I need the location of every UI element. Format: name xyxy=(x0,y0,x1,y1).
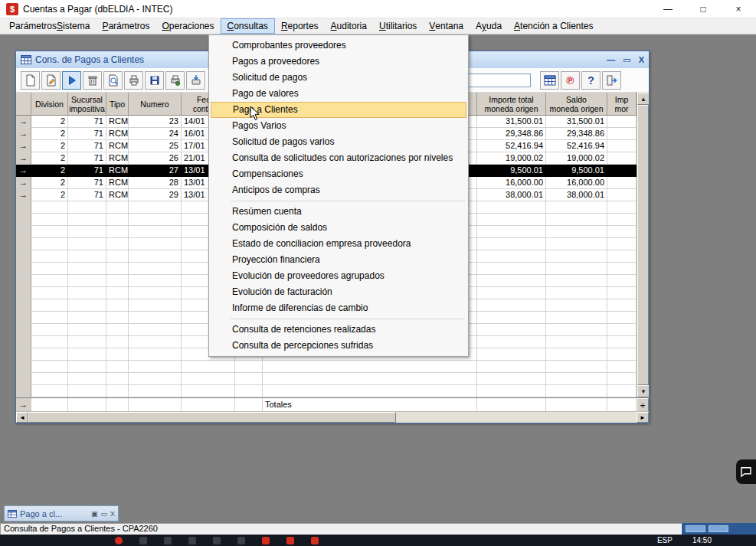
help-button[interactable]: ? xyxy=(581,71,601,90)
menu-atencion-a-clientes[interactable]: Atención a Clientes xyxy=(508,18,599,34)
menuitem-solicitud-de-pagos[interactable]: Solicitud de pagos xyxy=(211,70,466,86)
preview-button[interactable] xyxy=(103,71,123,90)
menuitem-pago-a-clientes[interactable]: Pago a Clientes xyxy=(211,102,466,118)
taskbar-language[interactable]: ESP xyxy=(657,536,673,544)
hscroll-thumb[interactable] xyxy=(28,412,396,423)
menuitem-composicion-de-saldos[interactable]: Composición de saldos xyxy=(211,220,466,236)
phonogram-button[interactable]: ℗ xyxy=(561,71,580,90)
menuitem-resumen-cuenta[interactable]: Resúmen cuenta xyxy=(211,204,466,220)
status-text: Consulta de Pagos a Clientes - CPA2260 xyxy=(0,523,682,535)
col-header-division[interactable]: Division xyxy=(31,93,68,116)
save-button[interactable] xyxy=(145,71,164,90)
taskbar-app-icon[interactable] xyxy=(311,537,319,544)
cell-saldo xyxy=(546,275,607,287)
grid-corner-button[interactable]: ÷ xyxy=(637,398,649,412)
col-header-imp[interactable]: Imp mor xyxy=(607,93,637,116)
menuitem-consulta-de-retenciones-realizadas[interactable]: Consulta de retenciones realizadas xyxy=(211,322,466,338)
taskbar-app-icon[interactable] xyxy=(237,537,245,544)
scroll-down-icon[interactable]: ▼ xyxy=(637,385,649,397)
menuitem-evolucion-de-facturacion[interactable]: Evolución de facturación xyxy=(211,284,466,300)
cell-saldo xyxy=(546,312,607,324)
minimize-button[interactable]: — xyxy=(650,0,686,18)
menu-operaciones[interactable]: Operaciones xyxy=(155,18,220,34)
menu-consultas[interactable]: Consultas xyxy=(221,18,275,34)
menuitem-estado-de-conciliacion-empresa-proveedora[interactable]: Estado de conciliacion empresa proveedor… xyxy=(211,236,466,252)
delete-record-button[interactable] xyxy=(83,71,102,90)
taskbar-app-icon[interactable] xyxy=(139,537,147,544)
scroll-left-icon[interactable]: ◄ xyxy=(16,412,28,423)
menuitem-consulta-de-solicitudes-con-autorizaciones-por-niveles[interactable]: Consulta de solicitudes con autorizacion… xyxy=(211,150,466,166)
cell-importe xyxy=(477,226,546,238)
minimized-controls: ▣ ▭ X xyxy=(91,510,115,518)
child-close-button[interactable]: X xyxy=(639,55,644,65)
cell-sucursal xyxy=(68,226,106,238)
menu-ventana[interactable]: Ventana xyxy=(423,18,470,34)
menuitem-pagos-a-proveedores[interactable]: Pagos a proveedores xyxy=(211,54,466,70)
maximize-button[interactable]: ▭ xyxy=(100,510,107,518)
cell-ind xyxy=(16,299,31,312)
menuitem-informe-de-diferencias-de-cambio[interactable]: Informe de diferencias de cambio xyxy=(211,300,466,316)
exit-button[interactable] xyxy=(602,71,621,90)
menuitem-solicitud-de-pagos-varios[interactable]: Solicitud de pagos varios xyxy=(211,134,466,150)
taskbar-clock[interactable]: 14:50 xyxy=(692,536,712,544)
cell-numero: 24 xyxy=(129,128,182,140)
scroll-right-icon[interactable]: ► xyxy=(637,412,649,423)
cell-imp xyxy=(607,177,637,189)
col-header-saldo[interactable]: Saldo moneda origen xyxy=(546,93,607,116)
totals-cell-division xyxy=(31,398,68,411)
maximize-button[interactable]: □ xyxy=(686,0,721,18)
cell-imp xyxy=(607,250,637,263)
close-button[interactable]: × xyxy=(721,0,756,18)
run-query-button[interactable] xyxy=(62,71,81,90)
menu-parametros-sistema[interactable]: Parámetros Sistema xyxy=(3,18,96,34)
grid-hscrollbar[interactable]: ◄ ► xyxy=(16,411,649,423)
print-button[interactable] xyxy=(124,71,143,90)
cell-numero xyxy=(129,348,182,361)
menuitem-proyeccion-financiera[interactable]: Proyección financiera xyxy=(211,252,466,268)
col-header-importe[interactable]: Importe total moneda origen xyxy=(477,93,546,116)
menu-reportes[interactable]: Reportes xyxy=(275,18,325,34)
menu-parametros[interactable]: Parámetros xyxy=(96,18,155,34)
export-button[interactable] xyxy=(186,71,205,90)
taskbar-app-icon[interactable] xyxy=(188,537,196,544)
col-header-ind[interactable] xyxy=(16,93,31,116)
menu-auditoria[interactable]: Auditoria xyxy=(325,18,373,34)
table-view-button[interactable] xyxy=(540,71,559,90)
vscroll-thumb[interactable] xyxy=(637,105,649,385)
new-record-button[interactable] xyxy=(21,71,40,90)
taskbar-app-icon[interactable] xyxy=(213,537,221,544)
cell-numero xyxy=(129,361,182,373)
taskbar-app-icon[interactable] xyxy=(115,537,123,544)
taskbar-app-icon[interactable] xyxy=(164,537,172,544)
taskbar-app-icon[interactable] xyxy=(286,537,294,544)
edit-record-button[interactable] xyxy=(41,71,61,90)
menu-utilitarios[interactable]: Utilitarios xyxy=(373,18,423,34)
menuitem-consulta-de-percepciones-sufridas[interactable]: Consulta de percepciones sufridas xyxy=(211,338,466,354)
print-setup-button[interactable] xyxy=(165,71,185,90)
chat-bubble-button[interactable] xyxy=(736,459,756,484)
menuitem-evolucion-de-proveedores-agrupados[interactable]: Evolución de proveedores agrupados xyxy=(211,268,466,284)
close-button[interactable]: X xyxy=(110,510,115,518)
hscroll-track[interactable] xyxy=(396,412,637,423)
restore-button[interactable]: ▣ xyxy=(91,510,98,518)
col-header-tipo[interactable]: Tipo xyxy=(106,93,129,116)
child-maximize-button[interactable]: ▭ xyxy=(623,55,630,65)
minimized-window[interactable]: Pago a cl... ▣ ▭ X xyxy=(4,505,119,521)
menuitem-anticipos-de-compras[interactable]: Anticipos de compras xyxy=(211,182,466,198)
col-header-numero[interactable]: Numero xyxy=(129,93,182,116)
menuitem-pagos-varios[interactable]: Pagos Varios xyxy=(211,118,466,134)
cell-division xyxy=(31,336,68,348)
child-minimize-button[interactable]: — xyxy=(607,55,615,65)
menuitem-pago-de-valores[interactable]: Pago de valores xyxy=(211,86,466,102)
cell-sucursal xyxy=(68,361,106,373)
cell-importe: 52,416.94 xyxy=(477,140,546,152)
cell-numero xyxy=(129,238,182,250)
menu-ayuda[interactable]: Ayuda xyxy=(470,18,508,34)
cell-sucursal xyxy=(68,348,106,361)
col-header-sucursal[interactable]: Sucursal impositiva xyxy=(68,93,106,116)
taskbar-app-icon[interactable] xyxy=(262,537,270,544)
scroll-up-icon[interactable]: ▲ xyxy=(637,93,649,105)
menuitem-comprobantes-proveedores[interactable]: Comprobantes proveedores xyxy=(211,38,466,54)
menuitem-compensaciones[interactable]: Compensaciones xyxy=(211,166,466,182)
grid-vscrollbar[interactable]: ▲ ▼ xyxy=(637,93,649,397)
